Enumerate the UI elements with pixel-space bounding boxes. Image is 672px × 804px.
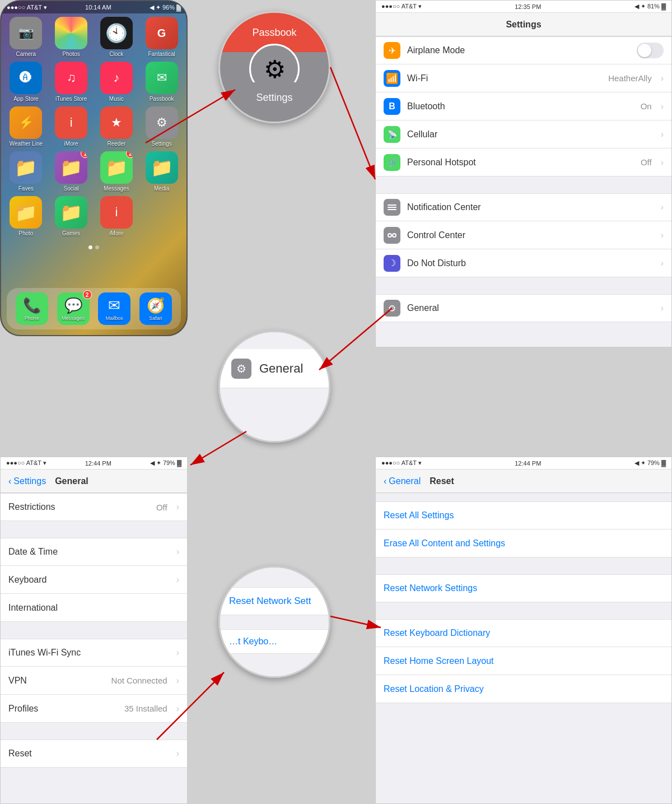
phone-status-bar: ●●●○○ AT&T ▾ 10:14 AM ◀ ✦ 96% ▓: [1, 1, 186, 13]
svg-point-4: [393, 234, 396, 237]
reset-back-button[interactable]: ‹ General: [384, 476, 421, 486]
international-row[interactable]: International: [1, 594, 187, 622]
settings-row-dnd[interactable]: ☽ Do Not Disturb ›: [376, 249, 671, 277]
folder-games[interactable]: 📁 Games: [51, 196, 92, 236]
settings-group-2: Notification Center › Control Center › ☽…: [376, 193, 671, 277]
reset-all-settings[interactable]: Reset All Settings: [376, 501, 671, 529]
settings-row-notif[interactable]: Notification Center ›: [376, 193, 671, 221]
page-dots: [1, 245, 186, 249]
general-list: Restrictions Off › Date & Time › Keyboar…: [1, 493, 187, 803]
general-screen: ●●●○○ AT&T ▾ 12:44 PM ◀ ✦ 79% ▓ ‹ Settin…: [0, 457, 188, 804]
reset-nav-bar: ‹ General Reset: [376, 470, 671, 493]
folder-social[interactable]: 📁 1 Social: [51, 151, 92, 192]
reset-location-privacy[interactable]: Reset Location & Privacy: [376, 675, 671, 703]
app-photos[interactable]: Photos: [51, 17, 92, 57]
general-nav-bar: ‹ Settings General: [1, 470, 187, 493]
chevron-icon: ›: [661, 129, 664, 140]
settings-row-wifi[interactable]: 📶 Wi-Fi HeatherAlly ›: [376, 64, 671, 92]
app-weatherline[interactable]: ⚡ Weather Line: [6, 106, 46, 147]
restrictions-row[interactable]: Restrictions Off ›: [1, 493, 187, 521]
dock: 📞 Phone 💬 2 Messages ✉ Mailbox 🧭 Safari: [7, 288, 181, 329]
app-grid: 📷 Camera Photos 🕙 Clock G Fantastical 🅐 …: [1, 1, 186, 241]
settings-group-3: ⚙ General ›: [376, 294, 671, 322]
dock-phone[interactable]: 📞 Phone: [16, 292, 48, 325]
svg-point-3: [388, 234, 391, 237]
back-button[interactable]: ‹ Settings: [8, 476, 46, 486]
itunes-sync-row[interactable]: iTunes Wi-Fi Sync ›: [1, 639, 187, 667]
app-imore2[interactable]: i iMore: [96, 196, 137, 236]
app-fantastical[interactable]: G Fantastical: [141, 17, 182, 57]
reset-row[interactable]: Reset ›: [1, 740, 187, 768]
reset-network[interactable]: Reset Network Settings: [376, 574, 671, 602]
hotspot-icon: 🔗: [384, 154, 400, 171]
settings-screen: ●●●○○ AT&T ▾ 12:35 PM ◀ ✦ 81% ▓ Settings…: [375, 0, 672, 347]
settings-row-cellular[interactable]: 📡 Cellular ›: [376, 120, 671, 148]
reset-sep-2: [376, 602, 671, 619]
chevron-icon: ›: [661, 101, 664, 111]
reset-list: Reset All Settings Erase All Content and…: [376, 493, 671, 803]
folder-messages[interactable]: 📁 2 Messages: [96, 151, 137, 192]
bluetooth-icon: B: [384, 98, 400, 115]
reset-sep-top: [376, 493, 671, 501]
notif-icon: [384, 199, 400, 216]
reset-home-screen[interactable]: Reset Home Screen Layout: [376, 647, 671, 675]
airplane-toggle[interactable]: [637, 43, 664, 58]
settings-row-airplane[interactable]: ✈ Airplane Mode: [376, 36, 671, 64]
settings-list: ✈ Airplane Mode 📶 Wi-Fi HeatherAlly › B …: [376, 36, 671, 347]
app-appstore[interactable]: 🅐 App Store: [6, 62, 46, 102]
magnifier-general: ⚙ General: [218, 331, 330, 443]
general-sep-1: [1, 521, 187, 538]
chevron-icon: ›: [661, 230, 664, 240]
dnd-icon: ☽: [384, 255, 400, 272]
general-status-bar: ●●●○○ AT&T ▾ 12:44 PM ◀ ✦ 79% ▓: [1, 457, 187, 470]
reset-screen: ●●●○○ AT&T ▾ 12:44 PM ◀ ✦ 79% ▓ ‹ Genera…: [375, 457, 672, 804]
svg-rect-0: [388, 205, 396, 206]
general-sep-3: [1, 723, 187, 740]
dock-safari[interactable]: 🧭 Safari: [139, 292, 172, 325]
settings-row-bluetooth[interactable]: B Bluetooth On ›: [376, 92, 671, 120]
settings-row-general[interactable]: ⚙ General ›: [376, 294, 671, 322]
erase-all-content[interactable]: Erase All Content and Settings: [376, 529, 671, 557]
wifi-icon: 📶: [384, 70, 400, 87]
app-reeder[interactable]: ★ Reeder: [96, 106, 137, 147]
svg-line-11: [330, 616, 381, 628]
carrier-signal: ●●●○○ AT&T ▾: [7, 4, 47, 11]
app-clock[interactable]: 🕙 Clock: [96, 17, 137, 57]
airplane-icon: ✈: [384, 42, 400, 59]
svg-rect-2: [388, 209, 396, 210]
svg-rect-1: [388, 207, 396, 208]
cellular-icon: 📡: [384, 126, 400, 143]
chevron-icon: ›: [661, 73, 664, 83]
chevron-icon: ›: [661, 258, 664, 268]
general-icon: ⚙: [384, 300, 400, 317]
settings-group-1: ✈ Airplane Mode 📶 Wi-Fi HeatherAlly › B …: [376, 36, 671, 176]
app-itunes[interactable]: ♫ iTunes Store: [51, 62, 92, 102]
app-music[interactable]: ♪ Music: [96, 62, 137, 102]
settings-row-hotspot[interactable]: 🔗 Personal Hotspot Off ›: [376, 148, 671, 176]
settings-row-control[interactable]: Control Center ›: [376, 221, 671, 249]
dock-messages[interactable]: 💬 2 Messages: [57, 292, 90, 325]
folder-media[interactable]: 📁 Media: [141, 151, 182, 192]
settings-separator-1: [376, 176, 671, 193]
app-camera[interactable]: 📷 Camera: [6, 17, 46, 57]
app-settings[interactable]: ⚙ Settings: [141, 106, 182, 147]
app-imore[interactable]: i iMore: [51, 106, 92, 147]
dock-mailbox[interactable]: ✉ Mailbox: [98, 292, 130, 325]
svg-line-9: [190, 431, 246, 465]
time-display: 10:14 AM: [85, 4, 111, 11]
vpn-row[interactable]: VPN Not Connected ›: [1, 667, 187, 695]
svg-line-7: [330, 67, 375, 179]
keyboard-row[interactable]: Keyboard ›: [1, 566, 187, 594]
reset-keyboard[interactable]: Reset Keyboard Dictionary: [376, 619, 671, 647]
datetime-row[interactable]: Date & Time ›: [1, 538, 187, 566]
folder-faves[interactable]: 📁 Faves: [6, 151, 46, 192]
chevron-icon: ›: [661, 157, 664, 168]
general-sep-2: [1, 622, 187, 639]
folder-photo[interactable]: 📁 Photo: [6, 196, 46, 236]
magnifier-settings: Passbook ⚙ Settings: [218, 11, 330, 123]
profiles-row[interactable]: Profiles 35 Installed ›: [1, 695, 187, 723]
app-passbook[interactable]: ✉ Passbook: [141, 62, 182, 102]
settings-nav-bar: Settings: [376, 13, 671, 36]
iphone-home-screen: ●●●○○ AT&T ▾ 10:14 AM ◀ ✦ 96% ▓ 📷 Camera…: [0, 0, 188, 336]
chevron-icon: ›: [661, 303, 664, 313]
